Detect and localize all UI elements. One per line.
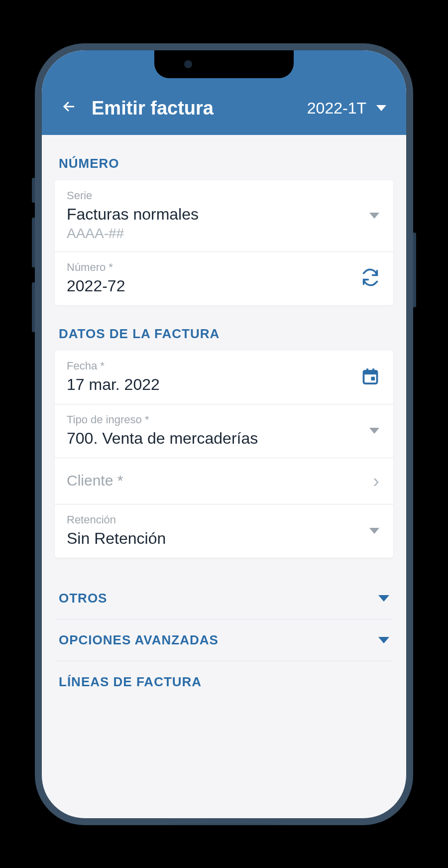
lineas-factura-section: LÍNEAS DE FACTURA xyxy=(55,661,393,703)
volume-down-button xyxy=(32,282,35,332)
chevron-down-icon xyxy=(369,528,379,534)
side-buttons-left xyxy=(32,178,35,347)
chevron-down-icon[interactable] xyxy=(376,105,386,111)
otros-section-toggle[interactable]: OTROS xyxy=(55,578,393,620)
serie-label: Serie xyxy=(67,189,381,202)
opciones-title: OPCIONES AVANZADAS xyxy=(59,632,219,648)
serie-hint: AAAA-## xyxy=(67,226,381,242)
cliente-field[interactable]: Cliente * › xyxy=(55,458,393,504)
section-title-datos: DATOS DE LA FACTURA xyxy=(55,305,393,351)
calendar-icon[interactable] xyxy=(361,367,379,387)
mute-switch xyxy=(32,178,35,203)
refresh-icon[interactable] xyxy=(361,268,379,288)
fecha-value: 17 mar. 2022 xyxy=(67,375,381,394)
serie-value: Facturas normales xyxy=(67,205,381,224)
chevron-down-icon xyxy=(369,213,379,219)
retencion-field[interactable]: Retención Sin Retención xyxy=(55,504,393,558)
period-selector-label[interactable]: 2022-1T xyxy=(307,99,366,118)
form-content: NÚMERO Serie Facturas normales AAAA-## N… xyxy=(42,135,406,703)
svg-rect-5 xyxy=(371,377,375,381)
back-arrow-icon[interactable] xyxy=(62,98,77,119)
phone-frame: Emitir factura 2022-1T NÚMERO Serie Fact… xyxy=(35,43,413,825)
otros-title: OTROS xyxy=(59,591,107,606)
numero-label: Número * xyxy=(67,261,381,274)
fecha-label: Fecha * xyxy=(67,360,381,372)
serie-field[interactable]: Serie Facturas normales AAAA-## xyxy=(55,180,393,251)
power-button xyxy=(413,233,416,307)
chevron-down-icon xyxy=(378,637,389,643)
fecha-field[interactable]: Fecha * 17 mar. 2022 xyxy=(55,351,393,404)
side-buttons-right xyxy=(413,233,416,307)
volume-up-button xyxy=(32,218,35,267)
chevron-right-icon: › xyxy=(373,470,379,492)
section-title-numero: NÚMERO xyxy=(55,135,393,180)
retencion-value: Sin Retención xyxy=(67,529,381,548)
phone-shadow xyxy=(50,823,398,843)
tipo-value: 700. Venta de mercaderías xyxy=(67,429,381,448)
lineas-title: LÍNEAS DE FACTURA xyxy=(59,674,202,690)
tipo-ingreso-field[interactable]: Tipo de ingreso * 700. Venta de mercader… xyxy=(55,404,393,458)
numero-value: 2022-72 xyxy=(67,277,381,295)
opciones-avanzadas-toggle[interactable]: OPCIONES AVANZADAS xyxy=(55,620,393,661)
cliente-label: Cliente * xyxy=(67,467,381,494)
card-numero: Serie Facturas normales AAAA-## Número *… xyxy=(55,180,393,305)
phone-screen: Emitir factura 2022-1T NÚMERO Serie Fact… xyxy=(42,50,406,818)
retencion-label: Retención xyxy=(67,513,381,526)
header-title: Emitir factura xyxy=(92,98,307,119)
chevron-down-icon xyxy=(369,428,379,434)
notch xyxy=(154,50,294,78)
numero-field[interactable]: Número * 2022-72 xyxy=(55,251,393,305)
tipo-label: Tipo de ingreso * xyxy=(67,413,381,426)
card-datos: Fecha * 17 mar. 2022 Tipo de ingreso * xyxy=(55,351,393,558)
svg-rect-2 xyxy=(364,371,377,375)
chevron-down-icon xyxy=(378,595,389,602)
